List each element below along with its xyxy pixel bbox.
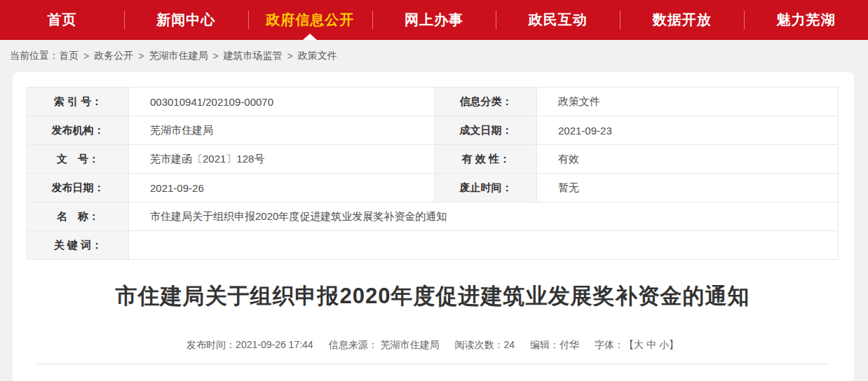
index-number-label: 索 引 号： <box>27 88 129 116</box>
written-date-value: 2021-09-23 <box>537 116 839 145</box>
document-info-table: 索 引 号： 003010941/202109-00070 信息分类： 政策文件… <box>27 87 839 260</box>
nav-item-open-data[interactable]: 数据开放 <box>620 0 744 40</box>
validity-value: 有效 <box>537 145 839 174</box>
nav-item-home[interactable]: 首页 <box>0 0 124 40</box>
nav-item-news-center[interactable]: 新闻中心 <box>124 0 248 40</box>
publish-date-label: 发布日期： <box>27 174 129 202</box>
breadcrumb-item-gov-affairs[interactable]: 政务公开 <box>94 50 133 62</box>
table-row: 关 键 词： <box>27 231 839 260</box>
publish-time-text: 发布时间：2021-09-26 17:44 <box>187 339 313 352</box>
font-size-bracket-close: 】 <box>669 339 679 350</box>
breadcrumb-prefix: 当前位置： <box>10 50 59 62</box>
nav-item-online-services[interactable]: 网上办事 <box>372 0 496 40</box>
content-card: 索 引 号： 003010941/202109-00070 信息分类： 政策文件… <box>13 72 854 381</box>
validity-label: 有 效 性： <box>435 145 537 174</box>
nav-item-charming-wuhu[interactable]: 魅力芜湖 <box>744 0 868 40</box>
table-row: 索 引 号： 003010941/202109-00070 信息分类： 政策文件 <box>27 88 839 116</box>
doc-number-value: 芜市建函〔2021〕128号 <box>129 145 435 174</box>
read-count-text: 阅读次数：24 <box>455 339 515 352</box>
font-size-medium-button[interactable]: 中 <box>646 339 656 350</box>
table-row: 名 称： 市住建局关于组织申报2020年度促进建筑业发展奖补资金的通知 <box>27 202 839 231</box>
article-meta-bar: 发布时间：2021-09-26 17:44 信息来源： 芜湖市住建局 阅读次数：… <box>27 339 839 352</box>
font-size-small-button[interactable]: 小 <box>659 339 669 350</box>
breadcrumb-item-housing-bureau[interactable]: 芜湖市住建局 <box>149 50 208 62</box>
font-size-label: 字体： <box>595 339 624 350</box>
repeal-date-value: 暂无 <box>537 174 839 202</box>
font-size-control: 字体：【大 中 小】 <box>595 339 679 352</box>
font-size-large-button[interactable]: 大 <box>634 339 644 350</box>
breadcrumb-separator: > <box>133 50 149 62</box>
issuing-agency-value: 芜湖市住建局 <box>129 116 435 145</box>
repeal-date-label: 废止时间： <box>435 174 537 202</box>
table-row: 文 号： 芜市建函〔2021〕128号 有 效 性： 有效 <box>27 145 839 174</box>
breadcrumb-item-policy-documents: 政策文件 <box>298 50 337 62</box>
keywords-label: 关 键 词： <box>27 231 129 260</box>
publish-date-value: 2021-09-26 <box>129 174 435 202</box>
table-row: 发布日期： 2021-09-26 废止时间： 暂无 <box>27 174 839 202</box>
nav-item-public-interaction[interactable]: 政民互动 <box>496 0 620 40</box>
horizontal-divider <box>37 363 828 364</box>
doc-name-label: 名 称： <box>27 202 129 231</box>
page-title: 市住建局关于组织申报2020年度促进建筑业发展奖补资金的通知 <box>27 282 839 311</box>
font-size-bracket-open: 【 <box>624 339 634 350</box>
breadcrumb-item-home[interactable]: 首页 <box>59 50 79 62</box>
breadcrumb-item-construction-market[interactable]: 建筑市场监管 <box>224 50 283 62</box>
keywords-value <box>129 231 839 260</box>
doc-number-label: 文 号： <box>27 145 129 174</box>
doc-name-value: 市住建局关于组织申报2020年度促进建筑业发展奖补资金的通知 <box>129 202 839 231</box>
table-row: 发布机构： 芜湖市住建局 成文日期： 2021-09-23 <box>27 116 839 145</box>
breadcrumb-separator: > <box>208 50 223 62</box>
info-source-text: 信息来源： 芜湖市住建局 <box>329 339 440 352</box>
breadcrumb: 当前位置： 首页 > 政务公开 > 芜湖市住建局 > 建筑市场监管 > 政策文件 <box>0 40 868 72</box>
info-category-value: 政策文件 <box>537 88 839 116</box>
breadcrumb-separator: > <box>79 50 94 62</box>
breadcrumb-separator: > <box>283 50 298 62</box>
written-date-label: 成文日期： <box>435 116 537 145</box>
top-nav: 首页 新闻中心 政府信息公开 网上办事 政民互动 数据开放 魅力芜湖 <box>0 0 868 40</box>
active-tab-pointer-icon <box>303 34 317 40</box>
editor-text: 编辑：付华 <box>530 339 579 352</box>
info-category-label: 信息分类： <box>435 88 537 116</box>
index-number-value: 003010941/202109-00070 <box>129 88 435 116</box>
issuing-agency-label: 发布机构： <box>27 116 129 145</box>
